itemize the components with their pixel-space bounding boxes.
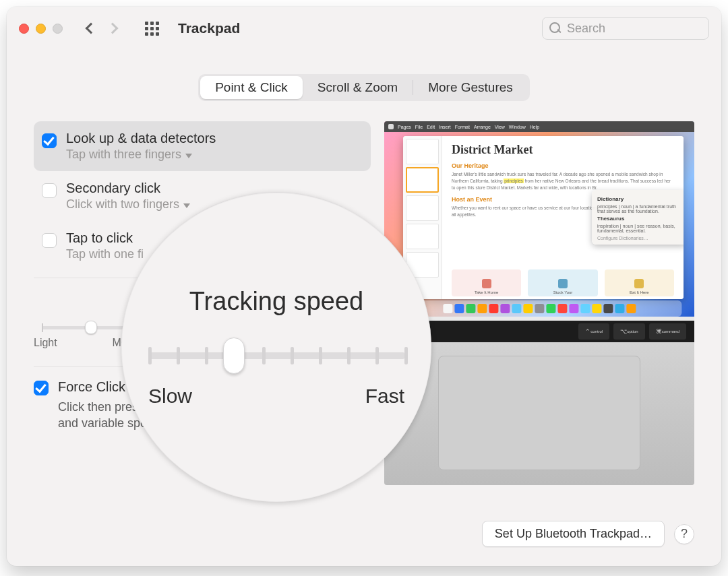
option-subtitle[interactable]: Tap with three fingers (66, 148, 216, 162)
titlebar: Trackpad Search (7, 7, 721, 50)
minimize-icon[interactable] (36, 24, 46, 34)
traffic-lights (19, 24, 63, 34)
touchbar-key: ⌃control (578, 323, 609, 340)
fork-icon (634, 279, 644, 288)
doc-title: District Market (452, 143, 674, 157)
thumb (406, 195, 439, 221)
chevron-down-icon (185, 154, 192, 158)
option-title: Tap to click (66, 230, 144, 246)
option-lookup[interactable]: Look up & data detectors Tap with three … (34, 121, 371, 171)
search-field[interactable]: Search (542, 17, 709, 40)
card: Stock Your (528, 269, 597, 296)
click-speed-knob[interactable] (85, 321, 97, 334)
doc-paragraph: Janet Miller's little sandwich truck sur… (452, 171, 674, 191)
setup-bluetooth-button[interactable]: Set Up Bluetooth Trackpad… (482, 521, 665, 547)
option-subtitle: Tap with one fi (66, 247, 144, 261)
touchbar-key: ⌘command (649, 323, 686, 340)
footer: Set Up Bluetooth Trackpad… ? (7, 521, 721, 566)
tab-more-gestures[interactable]: More Gestures (413, 76, 528, 99)
preview-dock (396, 300, 681, 317)
preview-trackpad (438, 356, 640, 470)
option-title: Look up & data detectors (66, 131, 216, 146)
search-placeholder: Search (567, 22, 605, 36)
tracking-speed-labels: Slow Fast (148, 385, 404, 408)
tracking-speed-slider[interactable]: Slow Fast (148, 339, 404, 408)
tabs: Point & Click Scroll & Zoom More Gesture… (7, 74, 721, 101)
close-icon[interactable] (19, 24, 29, 34)
checkbox-secondary[interactable] (42, 183, 57, 198)
preview-screen: Pages File Edit Insert Format Arrange Vi… (384, 121, 694, 317)
preview-menubar: Pages File Edit Insert Format Arrange Vi… (384, 121, 694, 132)
preview-laptop-body (384, 342, 694, 485)
doc-cards: Take It Home Stock Your Eat It Here (452, 269, 674, 296)
segmented-control: Point & Click Scroll & Zoom More Gesture… (198, 74, 530, 101)
back-icon[interactable] (86, 23, 97, 34)
tab-scroll-zoom[interactable]: Scroll & Zoom (303, 76, 413, 99)
magnified-view: Tracking speed Slow Fast (121, 192, 431, 502)
show-all-icon[interactable] (145, 22, 159, 36)
forward-icon (107, 23, 119, 34)
card: Take It Home (452, 269, 521, 296)
preview-doc-main: District Market Our Heritage Janet Mille… (442, 136, 684, 299)
window-title: Trackpad (178, 20, 240, 36)
nav-arrows (87, 24, 117, 32)
thumb-selected (406, 167, 439, 193)
checkbox-lookup[interactable] (42, 133, 57, 148)
preview-panel: Pages File Edit Insert Format Arrange Vi… (384, 121, 694, 485)
preview-doc-window: District Market Our Heritage Janet Mille… (403, 136, 684, 299)
option-subtitle[interactable]: Click with two fingers (66, 197, 190, 212)
card: Eat It Here (605, 269, 674, 296)
maximize-icon (53, 24, 63, 34)
thumb (406, 224, 439, 249)
home-icon (482, 279, 491, 288)
cart-icon (558, 279, 568, 288)
touchbar-key: ⌥option (613, 323, 644, 340)
help-button[interactable]: ? (674, 524, 694, 544)
thumb (406, 139, 439, 164)
chevron-down-icon (183, 203, 190, 208)
apple-icon (388, 124, 394, 129)
checkbox-force-click[interactable] (34, 381, 49, 395)
tracking-speed-label: Tracking speed (189, 287, 363, 316)
lookup-popover: Dictionary principles | noun | a fundame… (592, 190, 684, 245)
option-title: Secondary click (66, 181, 190, 196)
tab-point-click[interactable]: Point & Click (200, 76, 303, 99)
tracking-speed-knob[interactable] (223, 338, 245, 374)
search-icon (549, 22, 562, 34)
doc-subtitle: Our Heritage (452, 162, 674, 169)
checkbox-tap[interactable] (42, 233, 57, 248)
